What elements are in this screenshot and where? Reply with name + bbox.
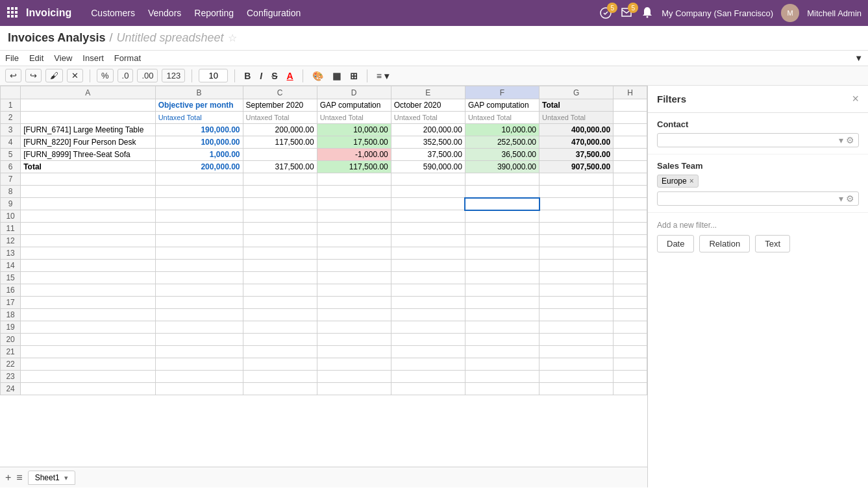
- messages-icon[interactable]: 5: [620, 6, 633, 19]
- clear-format-button[interactable]: ✕: [67, 69, 83, 82]
- cell-b4[interactable]: 100,000.00: [155, 136, 243, 149]
- cell-f5[interactable]: 36,500.00: [465, 149, 539, 161]
- cell-e1[interactable]: October 2020: [391, 99, 465, 112]
- col-header-g[interactable]: G: [539, 86, 614, 99]
- menu-format[interactable]: Format: [114, 53, 141, 63]
- nav-reporting[interactable]: Reporting: [194, 8, 234, 18]
- menu-view[interactable]: View: [54, 53, 72, 63]
- cell-g6[interactable]: 907,500.00: [539, 161, 614, 173]
- cell-d3[interactable]: 10,000.00: [317, 124, 391, 136]
- font-size-input[interactable]: [199, 69, 228, 82]
- redo-button[interactable]: ↪: [25, 69, 42, 82]
- cell-c3[interactable]: 200,000.00: [243, 124, 317, 136]
- nav-configuration[interactable]: Configuration: [247, 8, 301, 18]
- cell-g1[interactable]: Total: [539, 99, 614, 112]
- bold-button[interactable]: B: [242, 69, 253, 82]
- cell-c2[interactable]: Untaxed Total: [243, 112, 317, 124]
- cell-a5[interactable]: [FURN_8999] Three-Seat Sofa: [21, 149, 156, 161]
- col-header-a[interactable]: A: [21, 86, 156, 99]
- menu-edit[interactable]: Edit: [29, 53, 43, 63]
- contact-filter-settings-icon[interactable]: ⚙: [846, 135, 854, 145]
- cell-c5[interactable]: [243, 149, 317, 161]
- cell-d4[interactable]: 17,500.00: [317, 136, 391, 149]
- cell-c1[interactable]: September 2020: [243, 99, 317, 112]
- cell-h5[interactable]: [614, 149, 647, 161]
- fill-color-button[interactable]: 🎨: [310, 69, 326, 82]
- cell-b5[interactable]: 1,000.00: [155, 149, 243, 161]
- menu-insert[interactable]: Insert: [82, 53, 104, 63]
- dot0-button[interactable]: .0: [118, 69, 134, 82]
- nav-vendors[interactable]: Vendors: [148, 8, 181, 18]
- cell-h2[interactable]: [614, 112, 647, 124]
- cell-h3[interactable]: [614, 124, 647, 136]
- cell-b6[interactable]: 200,000.00: [155, 161, 243, 173]
- cell-h6[interactable]: [614, 161, 647, 173]
- cell-e2[interactable]: Untaxed Total: [391, 112, 465, 124]
- sales-team-filter-input[interactable]: [662, 194, 839, 204]
- cell-e5[interactable]: 37,500.00: [391, 149, 465, 161]
- nav-customers[interactable]: Customers: [91, 8, 135, 18]
- cell-a1[interactable]: [21, 99, 156, 112]
- font-color-button[interactable]: A: [284, 69, 296, 82]
- cell-c6[interactable]: 317,500.00: [243, 161, 317, 173]
- cell-f1[interactable]: GAP computation: [465, 99, 539, 112]
- cell-a6[interactable]: Total: [21, 161, 156, 173]
- dot00-button[interactable]: .00: [137, 69, 158, 82]
- star-icon[interactable]: ☆: [228, 32, 237, 44]
- col-header-f[interactable]: F: [465, 86, 539, 99]
- col-header-b[interactable]: B: [155, 86, 243, 99]
- 123-button[interactable]: 123: [162, 69, 185, 82]
- cell-a2[interactable]: [21, 112, 156, 124]
- cell-d1[interactable]: GAP computation: [317, 99, 391, 112]
- sheet-list-button[interactable]: ≡: [16, 472, 22, 484]
- italic-button[interactable]: I: [257, 69, 265, 82]
- col-header-c[interactable]: C: [243, 86, 317, 99]
- cell-c4[interactable]: 117,500.00: [243, 136, 317, 149]
- cell-e6[interactable]: 590,000.00: [391, 161, 465, 173]
- europe-tag-remove[interactable]: ×: [689, 177, 694, 186]
- filters-close-button[interactable]: ×: [852, 92, 859, 106]
- menu-file[interactable]: File: [5, 53, 19, 63]
- cell-f4[interactable]: 252,500.00: [465, 136, 539, 149]
- cell-e4[interactable]: 352,500.00: [391, 136, 465, 149]
- cell-b3[interactable]: 190,000.00: [155, 124, 243, 136]
- cell-f6[interactable]: 390,000.00: [465, 161, 539, 173]
- strikethrough-button[interactable]: S: [269, 69, 280, 82]
- cell-g4[interactable]: 470,000.00: [539, 136, 614, 149]
- cell-b2[interactable]: Untaxed Total: [155, 112, 243, 124]
- notifications-icon[interactable]: [641, 6, 654, 21]
- text-filter-button[interactable]: Text: [755, 235, 790, 252]
- add-sheet-button[interactable]: +: [5, 472, 11, 484]
- selected-cell-f9[interactable]: [465, 198, 539, 210]
- col-header-e[interactable]: E: [391, 86, 465, 99]
- cell-f3[interactable]: 10,000.00: [465, 124, 539, 136]
- percent-button[interactable]: %: [97, 69, 114, 82]
- cell-h1[interactable]: [614, 99, 647, 112]
- contact-filter-input[interactable]: [662, 136, 839, 145]
- cell-d5[interactable]: -1,000.00: [317, 149, 391, 161]
- cell-b1[interactable]: Objective per month: [155, 99, 243, 112]
- global-filter-icon[interactable]: ▼: [854, 53, 863, 63]
- col-header-d[interactable]: D: [317, 86, 391, 99]
- cell-g5[interactable]: 37,500.00: [539, 149, 614, 161]
- grid-icon[interactable]: [6, 6, 18, 20]
- cell-d2[interactable]: Untaxed Total: [317, 112, 391, 124]
- align-button[interactable]: ≡ ▾: [374, 69, 391, 82]
- paint-button[interactable]: 🖌: [45, 69, 63, 82]
- relation-filter-button[interactable]: Relation: [699, 235, 750, 252]
- cell-g3[interactable]: 400,000.00: [539, 124, 614, 136]
- date-filter-button[interactable]: Date: [657, 235, 694, 252]
- cell-f2[interactable]: Untaxed Total: [465, 112, 539, 124]
- activity-icon[interactable]: 5: [599, 6, 612, 19]
- cell-a3[interactable]: [FURN_6741] Large Meeting Table: [21, 124, 156, 136]
- sales-team-filter-settings-icon[interactable]: ⚙: [846, 193, 854, 204]
- cell-d6[interactable]: 117,500.00: [317, 161, 391, 173]
- cell-e3[interactable]: 200,000.00: [391, 124, 465, 136]
- contact-filter-dropdown-icon[interactable]: ▾: [839, 135, 843, 145]
- sheet-tab-dropdown[interactable]: ▾: [64, 474, 68, 482]
- merge-button[interactable]: ⊞: [347, 69, 360, 82]
- cell-a4[interactable]: [FURN_8220] Four Person Desk: [21, 136, 156, 149]
- sheet-tab-1[interactable]: Sheet1 ▾: [28, 471, 75, 485]
- borders-button[interactable]: ▦: [330, 69, 343, 82]
- sales-team-filter-dropdown-icon[interactable]: ▾: [839, 193, 843, 204]
